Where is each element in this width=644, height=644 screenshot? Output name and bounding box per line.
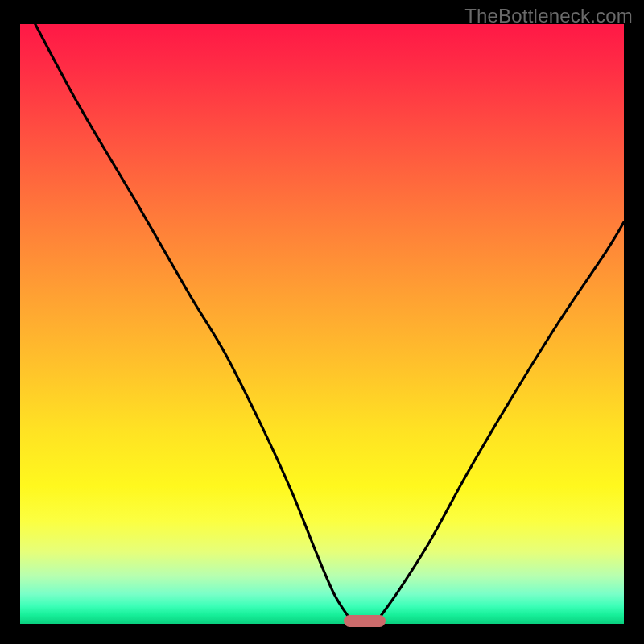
plot-area [20,24,624,624]
bottleneck-curve [20,24,624,624]
chart-frame: TheBottleneck.com [0,0,644,644]
bottleneck-curve-path [35,24,624,618]
bottleneck-marker [344,615,386,627]
